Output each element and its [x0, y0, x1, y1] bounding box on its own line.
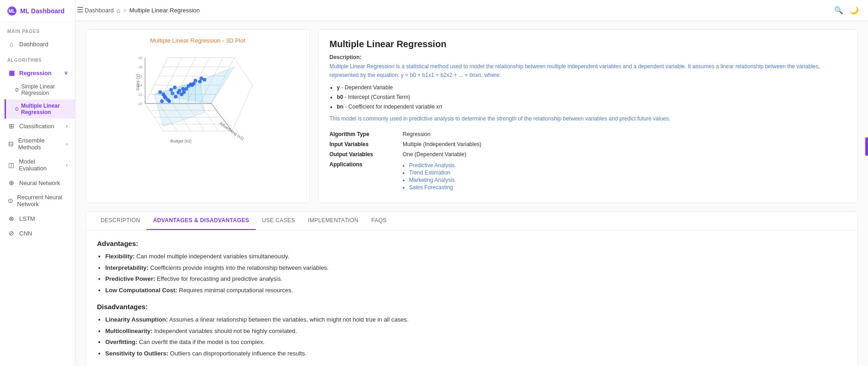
tab-advantages[interactable]: ADVANTAGES & DISADVANTAGES	[146, 212, 255, 230]
neural-icon: ⊕	[7, 179, 16, 186]
model-eval-icon: ◫	[7, 161, 15, 169]
neural-label: Neural Network	[19, 180, 60, 186]
sidebar-item-simple-linear[interactable]: Simple Linear Regression	[5, 80, 75, 99]
cnn-label: CNN	[19, 230, 32, 237]
chart-card: Multiple Linear Regression - 3D Plot	[86, 29, 310, 203]
topbar-actions: 🔍 🌙	[834, 6, 859, 15]
simple-linear-label: Simple Linear Regression	[21, 83, 68, 96]
sidebar-item-cnn[interactable]: ⊘ CNN	[0, 226, 75, 240]
lstm-icon: ⊗	[7, 215, 16, 222]
chevron-right2-icon: ‹	[66, 141, 68, 147]
svg-point-58	[184, 87, 188, 91]
content-area: Multiple Linear Regression - 3D Plot	[75, 21, 868, 366]
table-row-apps: Applications Predictive Analysis Trend E…	[329, 159, 846, 193]
classification-label: Classification	[19, 123, 54, 130]
tabs-bar: DESCRIPTION ADVANTAGES & DISADVANTAGES U…	[86, 211, 858, 230]
val-output: One (Dependent Variable)	[403, 149, 846, 159]
dark-mode-icon[interactable]: 🌙	[850, 6, 859, 15]
svg-point-44	[181, 87, 185, 91]
svg-line-24	[232, 85, 253, 131]
main-pages-label: MAIN PAGES	[0, 22, 75, 37]
adv-item-4: Low Computational Cost: Requires minimal…	[105, 286, 846, 295]
info-title: Multiple Linear Regression	[329, 39, 846, 49]
chevron-right3-icon: ‹	[66, 162, 68, 168]
top-section: Multiple Linear Regression - 3D Plot	[86, 29, 858, 203]
app-bullets: Predictive Analysis Trend Estimation Mar…	[409, 162, 846, 191]
svg-point-63	[203, 78, 206, 82]
app-item-3: Marketing Analysis	[409, 177, 846, 183]
sidebar-item-neural[interactable]: ⊕ Neural Network	[0, 175, 75, 190]
breadcrumb-sep: >	[123, 7, 127, 14]
chevron-right-icon: ‹	[66, 123, 68, 129]
search-icon[interactable]: 🔍	[834, 6, 843, 15]
disadv-item-4: Sensitivity to Outliers: Outliers can di…	[105, 349, 846, 358]
rnn-icon: ⊙	[7, 197, 13, 204]
ensemble-label: Ensemble Methods	[18, 137, 63, 151]
chart-title: Multiple Linear Regression - 3D Plot	[150, 37, 245, 44]
algorithms-label: ALGORITHMS	[0, 51, 75, 66]
sidebar-item-multiple-linear[interactable]: Multiple Linear Regression	[5, 99, 75, 119]
advantages-list: Flexibility: Can model multiple independ…	[105, 252, 846, 295]
app-item-4: Sales Forecasting	[409, 184, 846, 191]
logo-icon: ML	[7, 6, 16, 16]
label-alg-type: Algorithm Type	[329, 129, 403, 139]
sidebar-item-regression[interactable]: ▦ Regression ∨	[0, 66, 75, 80]
bullet-y: y - Dependent Variable	[337, 83, 846, 92]
svg-text:20: 20	[138, 56, 142, 60]
svg-text:12: 12	[138, 93, 142, 97]
svg-text:10: 10	[138, 102, 142, 106]
table-row-alg-type: Algorithm Type Regression	[329, 129, 846, 139]
sidebar-item-rnn[interactable]: ⊙ Recurrent Neural Network	[0, 190, 75, 211]
breadcrumb: ☰ Dashboard ⌂ > Multiple Linear Regressi…	[85, 7, 200, 14]
val-apps: Predictive Analysis Trend Estimation Mar…	[403, 159, 846, 193]
rnn-label: Recurrent Neural Network	[17, 194, 68, 208]
dot-active-icon	[16, 107, 18, 111]
ensemble-icon: ⊟	[7, 140, 15, 147]
sidebar-item-lstm[interactable]: ⊗ LSTM	[0, 211, 75, 226]
sidebar-item-ensemble[interactable]: ⊟ Ensemble Methods ‹	[0, 133, 75, 154]
val-alg-type: Regression	[403, 129, 846, 139]
svg-text:16: 16	[138, 74, 142, 78]
label-apps: Applications	[329, 159, 403, 193]
svg-point-51	[173, 86, 177, 89]
topbar: ☰ Dashboard ⌂ > Multiple Linear Regressi…	[75, 0, 868, 21]
svg-point-47	[158, 90, 162, 94]
svg-text:Budget (x2): Budget (x2)	[170, 139, 192, 143]
regression-label: Regression	[19, 70, 52, 76]
label-output: Output Variables	[329, 149, 403, 159]
svg-point-57	[163, 95, 167, 98]
regression-icon: ▦	[7, 69, 16, 76]
svg-point-43	[174, 95, 178, 98]
sidebar-item-classification[interactable]: ⊞ Classification ‹	[0, 119, 75, 133]
disadv-item-2: Multicollinearity: Independent variables…	[105, 327, 846, 336]
svg-point-53	[180, 93, 183, 96]
tab-description[interactable]: DESCRIPTION	[94, 212, 146, 230]
svg-point-50	[166, 98, 170, 102]
sidebar-item-dashboard[interactable]: ⌂ Dashboard	[0, 37, 75, 51]
disadvantages-list: Linearity Assumption: Assumes a linear r…	[105, 315, 846, 358]
classification-icon: ⊞	[7, 122, 16, 130]
tab-faqs[interactable]: FAQS	[365, 212, 393, 230]
breadcrumb-current: Multiple Linear Regression	[129, 7, 200, 14]
table-row-output: Output Variables One (Dependent Variable…	[329, 149, 846, 159]
tab-use-cases[interactable]: USE CASES	[256, 212, 302, 230]
edge-bar	[865, 137, 868, 156]
disadv-item-3: Overfitting: Can overfit the data if the…	[105, 338, 846, 347]
desc-label: Description:	[329, 54, 846, 60]
chevron-down-icon: ∨	[64, 70, 68, 76]
breadcrumb-dashboard[interactable]: Dashboard	[85, 7, 114, 14]
menu-icon[interactable]: ☰	[77, 5, 83, 14]
tab-implementation[interactable]: IMPLEMENTATION	[302, 212, 365, 230]
adv-item-3: Predictive Power: Effective for forecast…	[105, 274, 846, 284]
sidebar-item-model-eval[interactable]: ◫ Model Evaluation ‹	[0, 154, 75, 175]
svg-point-55	[169, 88, 173, 92]
val-input: Multiple (Independent Variables)	[403, 139, 846, 149]
info-card: Multiple Linear Regression Description: …	[318, 29, 858, 203]
multiple-linear-label: Multiple Linear Regression	[21, 103, 68, 115]
sidebar-logo: ML ML Dashboard	[0, 0, 75, 22]
advantages-title: Advantages:	[97, 240, 846, 247]
regression-sub-items: Simple Linear Regression Multiple Linear…	[0, 80, 75, 119]
desc-text: Multiple Linear Regression is a statisti…	[329, 62, 846, 80]
adv-item-2: Interpretability: Coefficients provide i…	[105, 263, 846, 273]
main-content: ☰ Dashboard ⌂ > Multiple Linear Regressi…	[75, 0, 868, 366]
